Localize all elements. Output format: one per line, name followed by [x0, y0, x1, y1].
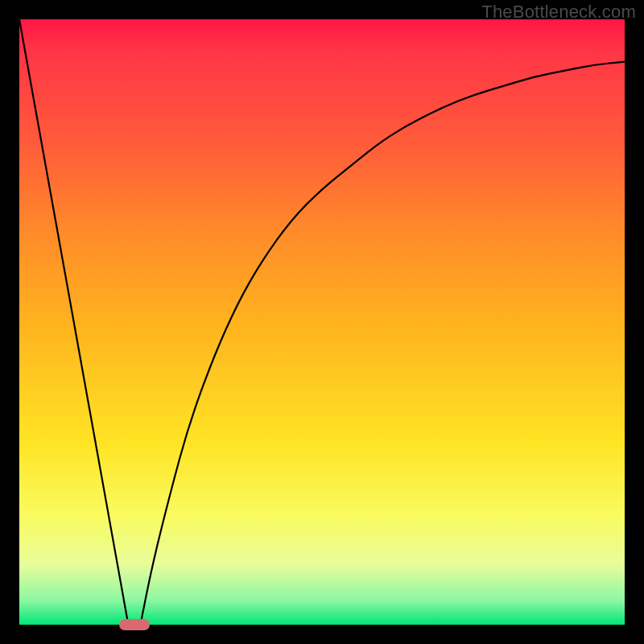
optimal-point-marker: [119, 619, 150, 630]
chart-plot-area: [19, 19, 625, 625]
left-line-path: [19, 19, 128, 625]
chart-frame: TheBottleneck.com: [0, 0, 644, 644]
watermark-text: TheBottleneck.com: [481, 2, 636, 23]
left-line-series: [19, 19, 128, 625]
chart-curves-svg: [19, 19, 625, 625]
right-curve-series: [140, 62, 625, 625]
right-curve-path: [140, 62, 625, 625]
